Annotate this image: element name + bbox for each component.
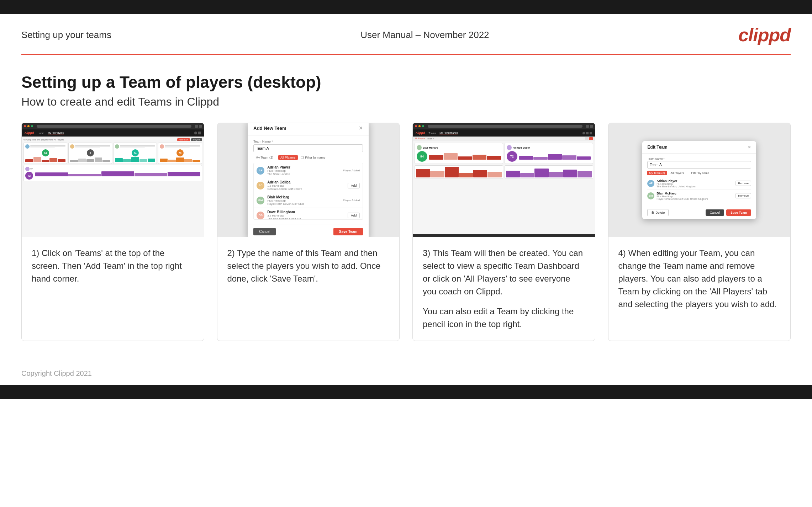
p4-avatar <box>160 144 164 149</box>
screen1-player-2: 0 <box>68 143 112 164</box>
player-2-name: Adrian Coliba <box>267 180 345 184</box>
dot-red <box>24 125 26 127</box>
dot-green-3 <box>422 125 424 127</box>
edit-filter-checkbox[interactable] <box>688 172 690 174</box>
edit-my-team-tab[interactable]: My Team (2) <box>647 171 666 175</box>
player-2-info: Adrian Coliba 1.5 Handicap Central Londo… <box>267 180 345 191</box>
delete-button[interactable]: 🗑 Delete <box>647 209 669 216</box>
player-4-add-btn[interactable]: Add <box>348 213 360 218</box>
dash-chart-1 <box>415 165 503 179</box>
copyright-text: Copyright Clippd 2021 <box>21 369 92 377</box>
player-3-detail: Plus Handicap <box>267 199 340 202</box>
card-2: Add New Team ✕ Team Name * My Team (2) A… <box>217 123 400 341</box>
modal-close-icon[interactable]: ✕ <box>359 125 363 131</box>
screen1-menu-icon <box>198 132 201 134</box>
top-bar <box>0 0 812 14</box>
edit-modal-tabs: My Team (2) All Players Filter by name <box>647 171 751 175</box>
add-new-team-modal: Add New Team ✕ Team Name * My Team (2) A… <box>248 123 369 237</box>
mini-nav-3 <box>413 123 595 129</box>
page-title: Setting up a Team of players (desktop) <box>21 73 791 92</box>
card-1-description: 1) Click on 'Teams' at the top of the sc… <box>32 247 194 285</box>
p5-avatar <box>25 167 30 171</box>
player-4-club: The Dog Moping Golf Club <box>267 217 345 220</box>
trash-icon: 🗑 <box>651 211 654 214</box>
player-1-status: Player Added <box>343 169 360 172</box>
header-center-text: User Manual – November 2022 <box>360 30 489 41</box>
dash-player-2: Richard Butler 72 <box>505 143 593 164</box>
edit-player-2-remove-btn[interactable]: Remove <box>735 193 751 198</box>
edit-cancel-button[interactable]: Cancel <box>706 209 724 216</box>
edit-modal-header: Edit Team ✕ <box>642 141 756 154</box>
player-3-name: Blair McHarg <box>267 195 340 199</box>
player-2-add-btn[interactable]: Add <box>348 183 360 188</box>
page-title-section: Setting up a Team of players (desktop) H… <box>0 55 812 123</box>
dash-p2-score: 72 <box>507 151 517 162</box>
mini-search-bar <box>37 125 191 128</box>
edit-all-players-tab[interactable]: All Players <box>669 171 686 175</box>
mini-icons-3 <box>586 125 593 128</box>
edit-team-name-input[interactable] <box>647 161 751 169</box>
all-players-tab[interactable]: All Players <box>278 155 298 160</box>
mini-icons <box>195 125 202 128</box>
card-2-text: 2) Type the name of this Team and then s… <box>217 237 400 341</box>
edit-player-1-detail1: Plus Handicap <box>657 183 733 185</box>
p3-avatar <box>115 144 119 149</box>
player-4-avatar: DB <box>257 212 264 219</box>
screen1-search-icon <box>194 132 197 134</box>
dot-green <box>31 125 33 127</box>
card-4-description: 4) When editing your Team, you can chang… <box>618 247 781 311</box>
edit-player-1-info: Adrian Player Plus Handicap The Shire Lo… <box>657 179 733 188</box>
edit-modal-close-icon[interactable]: ✕ <box>748 145 751 150</box>
player-row-1: AP Adrian Player Plus Handicap The Shire… <box>254 163 363 178</box>
edit-player-1-detail2: The Shire London, United Kingdom <box>657 185 733 188</box>
screen1-add-team-btn[interactable]: Add Team <box>177 138 190 141</box>
screen1-player-1: 84 <box>23 143 67 164</box>
player-4-detail: 3.8 Handicap <box>267 214 345 217</box>
screen3-logo: clippd <box>416 131 425 135</box>
player-3-club: Royal North Devon Golf Club <box>267 202 340 206</box>
screen1-logo: clippd <box>25 131 34 135</box>
my-team-tab[interactable]: My Team (2) <box>253 155 275 160</box>
cancel-button[interactable]: Cancel <box>253 228 276 235</box>
team-name-label: Team Name * <box>253 140 363 143</box>
p3-score: 94 <box>132 149 139 156</box>
edit-team-modal: Edit Team ✕ Team Name * My Team (2) All … <box>642 141 756 219</box>
player-2-club: Central London Golf Centre <box>267 187 345 191</box>
player-4-info: Dave Billingham 3.8 Handicap The Dog Mop… <box>267 210 345 220</box>
dash-p1-avatar <box>417 145 422 150</box>
edit-save-team-button[interactable]: Save Team <box>726 209 751 216</box>
player-1-avatar: AP <box>257 167 264 175</box>
edit-player-2-avatar: BM <box>647 192 654 199</box>
edit-player-2-info: Blair McHarg Plus Handicap Royal North D… <box>657 192 733 200</box>
filter-label: Filter by name <box>301 156 326 159</box>
player-2-avatar: AC <box>257 182 264 190</box>
screen1-players-btn[interactable]: Players <box>191 138 202 141</box>
dash-p1-name: Blair McHarg <box>423 146 438 149</box>
page-subtitle: How to create and edit Teams in Clippd <box>21 95 791 108</box>
screen3-search-icon <box>582 132 585 134</box>
team-name-input[interactable] <box>253 144 363 152</box>
edit-modal-body: Team Name * My Team (2) All Players Filt… <box>642 154 756 206</box>
save-team-button[interactable]: Save Team <box>333 228 363 235</box>
player-1-info: Adrian Player Plus Handicap The Shire Lo… <box>267 165 340 176</box>
card-3-description1: 3) This Team will then be created. You c… <box>423 247 585 298</box>
edit-modal-footer: 🗑 Delete Cancel Save Team <box>642 206 756 219</box>
card-3-description2: You can also edit a Team by clicking the… <box>423 305 585 331</box>
screen1-player-3: 94 <box>113 143 157 164</box>
player-row-2: AC Adrian Coliba 1.5 Handicap Central Lo… <box>254 178 363 193</box>
screen1-player-5: 72 <box>23 165 202 181</box>
mini-search-bar-3 <box>428 125 582 128</box>
card-4: Edit Team ✕ Team Name * My Team (2) All … <box>608 123 791 341</box>
card-1-text: 1) Click on 'Teams' at the top of the sc… <box>22 237 204 341</box>
edit-player-2-detail1: Plus Handicap <box>657 195 733 198</box>
filter-checkbox[interactable] <box>301 156 304 159</box>
edit-modal-title: Edit Team <box>647 145 667 150</box>
dash-p2-avatar <box>507 145 512 150</box>
edit-player-row-1: AP Adrian Player Plus Handicap The Shire… <box>647 177 751 190</box>
player-2-detail: 1.5 Handicap <box>267 184 345 187</box>
cards-row: clippd Home My Fd Players Viewing 8 out … <box>0 123 812 362</box>
card-3-text: 3) This Team will then be created. You c… <box>413 237 595 341</box>
card-1-screenshot: clippd Home My Fd Players Viewing 8 out … <box>22 123 204 237</box>
edit-player-1-remove-btn[interactable]: Remove <box>735 181 751 186</box>
dash-player-1: Blair McHarg 94 <box>415 143 503 164</box>
